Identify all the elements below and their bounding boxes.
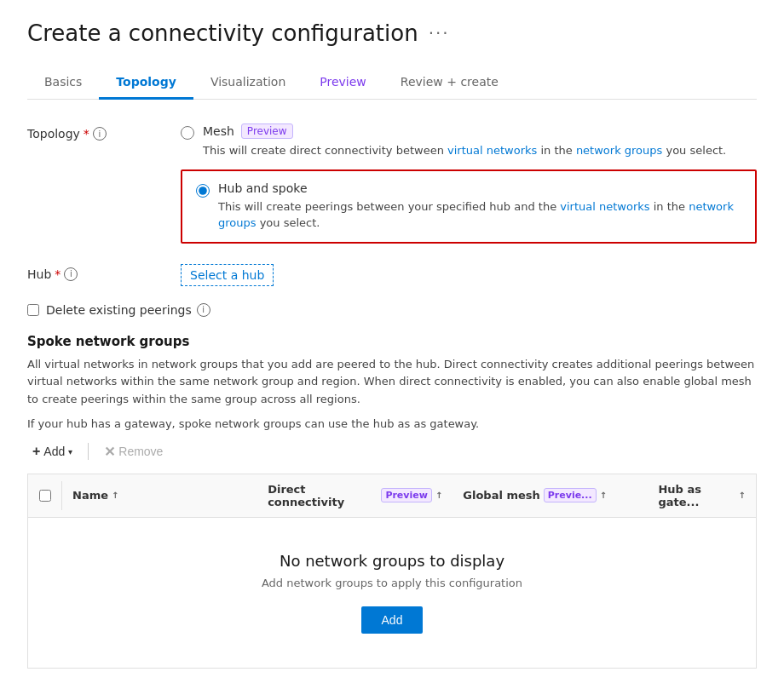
toolbar-separator <box>88 443 89 460</box>
global-mesh-sort-icon[interactable]: ↑ <box>600 491 607 500</box>
hub-spoke-label[interactable]: Hub and spoke <box>218 181 308 195</box>
page-title: Create a connectivity configuration <box>27 20 418 46</box>
hub-spoke-title: Hub and spoke <box>218 181 741 195</box>
global-mesh-preview-badge: Previe... <box>544 488 597 502</box>
delete-peerings-row: Delete existing peerings i <box>27 303 757 317</box>
tab-basics[interactable]: Basics <box>27 66 99 100</box>
hub-label: Hub * i <box>27 264 181 281</box>
empty-state-add-button[interactable]: Add <box>361 606 424 634</box>
topology-mesh-option: Mesh Preview This will create direct con… <box>181 123 757 159</box>
spoke-network-groups-section: Spoke network groups All virtual network… <box>27 334 757 669</box>
hub-spoke-description: This will create peerings between your s… <box>218 198 741 232</box>
hub-spoke-label-group: Hub and spoke This will create peerings … <box>218 181 741 232</box>
empty-state: No network groups to display Add network… <box>27 518 757 669</box>
topology-mesh-radio[interactable] <box>181 126 194 140</box>
spoke-description-1: All virtual networks in network groups t… <box>27 356 757 409</box>
tab-visualization[interactable]: Visualization <box>193 66 303 100</box>
table-header: Name ↑ Direct connectivity Preview ↑ Glo… <box>28 474 756 518</box>
mesh-title: Mesh Preview <box>203 123 726 139</box>
direct-connectivity-sort-icon[interactable]: ↑ <box>435 491 442 500</box>
add-label: Add <box>43 445 65 458</box>
empty-subtitle: Add network groups to apply this configu… <box>262 577 522 589</box>
hub-field-content: Select a hub <box>181 264 757 286</box>
select-hub-link[interactable]: Select a hub <box>181 264 274 286</box>
network-groups-table: Name ↑ Direct connectivity Preview ↑ Glo… <box>27 474 757 518</box>
tab-bar: Basics Topology Visualization Preview Re… <box>27 66 757 100</box>
mesh-label[interactable]: Mesh <box>203 124 234 138</box>
name-sort-icon[interactable]: ↑ <box>112 491 118 500</box>
remove-icon: ✕ <box>104 444 115 460</box>
th-name: Name ↑ <box>62 480 257 510</box>
topology-hub-spoke-radio[interactable] <box>196 184 210 198</box>
mesh-label-group: Mesh Preview This will create direct con… <box>203 123 726 159</box>
add-button[interactable]: + Add ▾ <box>27 440 78 462</box>
remove-label: Remove <box>118 445 163 458</box>
spoke-section-heading: Spoke network groups <box>27 334 757 349</box>
tab-preview[interactable]: Preview <box>303 66 383 100</box>
th-global-mesh: Global mesh Previe... ↑ <box>453 479 648 511</box>
topology-field-row: Topology * i Mesh Preview This will crea… <box>27 123 757 247</box>
spoke-description-2: If your hub has a gateway, spoke network… <box>27 416 757 433</box>
tab-topology[interactable]: Topology <box>99 66 193 100</box>
delete-peerings-checkbox[interactable] <box>27 304 39 316</box>
more-options-icon[interactable]: ··· <box>429 23 450 43</box>
hub-spoke-box: Hub and spoke This will create peerings … <box>181 169 757 244</box>
empty-title: No network groups to display <box>280 552 504 570</box>
direct-connectivity-preview-badge: Preview <box>381 488 432 502</box>
spoke-toolbar: + Add ▾ ✕ Remove <box>27 440 757 463</box>
mesh-preview-badge: Preview <box>241 123 293 139</box>
hub-field-row: Hub * i Select a hub <box>27 264 757 286</box>
topology-info-icon[interactable]: i <box>93 127 107 141</box>
required-indicator: * <box>84 127 89 141</box>
topology-hub-spoke-option: Hub and spoke This will create peerings … <box>196 181 741 232</box>
topology-label: Topology * i <box>27 123 181 141</box>
delete-peerings-info-icon[interactable]: i <box>197 303 210 317</box>
hub-info-icon[interactable]: i <box>64 267 78 281</box>
add-chevron-icon: ▾ <box>68 447 72 456</box>
th-hub-as-gateway: Hub as gate... ↑ <box>648 474 756 517</box>
hub-as-gate-sort-icon[interactable]: ↑ <box>739 491 746 500</box>
delete-peerings-label[interactable]: Delete existing peerings i <box>46 303 210 317</box>
header-checkbox[interactable] <box>39 490 51 502</box>
form-section: Topology * i Mesh Preview This will crea… <box>27 123 757 669</box>
header-checkbox-cell <box>28 481 62 510</box>
topology-options: Mesh Preview This will create direct con… <box>181 123 757 247</box>
page-title-row: Create a connectivity configuration ··· <box>27 20 757 46</box>
th-direct-connectivity: Direct connectivity Preview ↑ <box>257 474 453 517</box>
remove-button[interactable]: ✕ Remove <box>99 440 168 463</box>
hub-required-indicator: * <box>55 267 61 281</box>
tab-review-create[interactable]: Review + create <box>383 66 516 100</box>
mesh-description: This will create direct connectivity bet… <box>203 142 726 159</box>
add-icon: + <box>32 444 40 459</box>
